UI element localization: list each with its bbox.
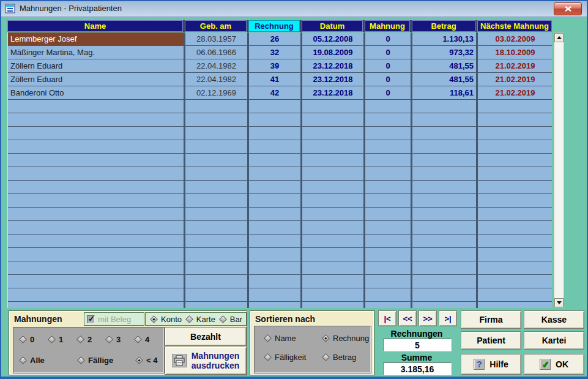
cell-naechste-mahnung[interactable]: 18.10.2009 [478, 46, 552, 59]
cell-geburtsdatum[interactable]: 02.12.1969 [185, 86, 247, 99]
diamond-radio-icon[interactable] [105, 336, 113, 343]
cell-mahnung[interactable]: 0 [365, 32, 411, 45]
diamond-radio-icon[interactable] [135, 356, 143, 364]
cell-datum[interactable]: 23.12.2018 [302, 59, 363, 72]
diamond-radio-icon[interactable] [19, 336, 27, 343]
cell-rechnung[interactable]: 26 [249, 32, 300, 45]
cell-datum[interactable]: 05.12.2008 [302, 32, 363, 45]
diamond-radio-icon[interactable] [134, 336, 142, 343]
table-row-empty[interactable] [8, 181, 552, 194]
table-row-empty[interactable] [8, 140, 552, 154]
cell-naechste-mahnung[interactable]: 21.02.2019 [478, 59, 552, 72]
cell-mahnung[interactable]: 0 [365, 46, 411, 59]
cell-name[interactable]: Banderoni Otto [8, 86, 184, 99]
cell-datum[interactable]: 23.12.2018 [302, 73, 363, 86]
payment-radio-option[interactable]: Konto [149, 315, 182, 324]
kasse-button[interactable]: Kasse [524, 310, 584, 329]
sort-radio-option[interactable]: Rechnung [321, 334, 369, 343]
cell-name[interactable]: Zöllern Eduard [8, 59, 184, 72]
cell-geburtsdatum[interactable]: 28.03.1957 [185, 32, 247, 45]
column-header[interactable]: Geb. am [185, 20, 247, 32]
level-radio-option[interactable]: 3 [105, 335, 133, 344]
nav-prev-button[interactable]: << [398, 310, 417, 326]
cell-betrag[interactable]: 481,55 [412, 73, 476, 86]
diamond-radio-icon[interactable] [322, 353, 330, 361]
cell-geburtsdatum[interactable]: 06.06.1966 [185, 46, 247, 59]
table-row-empty[interactable] [8, 275, 552, 288]
cell-betrag[interactable]: 118,61 [412, 86, 476, 99]
table-row-empty[interactable] [8, 100, 552, 113]
cell-rechnung[interactable]: 41 [249, 73, 300, 86]
table-row-empty[interactable] [8, 221, 552, 235]
column-header[interactable]: Datum [302, 20, 363, 32]
sort-radio-option[interactable]: Name [263, 334, 321, 343]
cell-geburtsdatum[interactable]: 22.04.1982 [185, 59, 247, 72]
sort-radio-option[interactable]: Betrag [321, 353, 369, 362]
table-row-empty[interactable] [8, 248, 552, 261]
cell-naechste-mahnung[interactable]: 03.02.2009 [478, 32, 552, 45]
table-row-empty[interactable] [8, 208, 552, 221]
table-row[interactable]: Zöllern Eduard 22.04.1982 41 23.12.2018 … [8, 73, 552, 86]
nav-next-button[interactable]: >> [419, 310, 437, 326]
table-row[interactable]: Banderoni Otto 02.12.1969 42 23.12.2018 … [8, 86, 552, 100]
cell-geburtsdatum[interactable]: 22.04.1982 [185, 73, 247, 86]
table-row-empty[interactable] [8, 261, 552, 275]
column-header[interactable]: Nächste Mahnung [477, 20, 552, 32]
range-radio-option[interactable]: Alle [18, 356, 76, 365]
scroll-up-button[interactable] [554, 33, 564, 42]
cell-name[interactable]: Mäßinger Martina, Mag. [8, 46, 184, 59]
firma-button[interactable]: Firma [461, 310, 521, 329]
close-button[interactable] [554, 2, 582, 15]
cell-rechnung[interactable]: 42 [249, 86, 300, 99]
level-radio-option[interactable]: 0 [18, 335, 47, 344]
cell-name[interactable]: Zöllern Eduard [8, 73, 184, 86]
cell-rechnung[interactable]: 32 [249, 46, 300, 59]
diamond-radio-icon[interactable] [76, 336, 84, 343]
column-header[interactable]: Name [7, 20, 183, 32]
cell-betrag[interactable]: 481,55 [412, 59, 476, 72]
cell-naechste-mahnung[interactable]: 21.02.2019 [478, 86, 552, 99]
mahnungen-ausdrucken-button[interactable]: Mahnungen ausdrucken [165, 347, 247, 375]
vertical-scrollbar[interactable] [554, 32, 564, 308]
patient-button[interactable]: Patient [461, 331, 521, 350]
table-row-empty[interactable] [8, 167, 552, 181]
cell-rechnung[interactable]: 39 [249, 59, 300, 72]
table-row-empty[interactable] [8, 127, 552, 140]
level-radio-option[interactable]: 2 [76, 335, 105, 344]
payment-radio-option[interactable]: Karte [185, 315, 215, 324]
table-row[interactable]: Mäßinger Martina, Mag. 06.06.1966 32 19.… [8, 46, 552, 59]
column-header[interactable]: Rechnung [248, 20, 300, 32]
cell-mahnung[interactable]: 0 [365, 59, 411, 72]
level-radio-option[interactable]: 1 [47, 335, 76, 344]
cell-mahnung[interactable]: 0 [365, 73, 411, 86]
range-radio-option[interactable]: Fällige [76, 356, 135, 365]
nav-first-button[interactable]: |< [378, 310, 396, 326]
table-row-empty[interactable] [8, 235, 552, 248]
cell-naechste-mahnung[interactable]: 21.02.2019 [478, 73, 552, 86]
nav-last-button[interactable]: >| [439, 310, 457, 326]
table-row[interactable]: Lemmberger Josef 28.03.1957 26 05.12.200… [8, 32, 552, 46]
scroll-down-button[interactable] [554, 298, 564, 307]
ok-button[interactable]: ✓ OK [524, 354, 584, 375]
level-radio-option[interactable]: 4 [133, 335, 162, 344]
table-row-empty[interactable] [8, 154, 552, 167]
cell-datum[interactable]: 19.08.2009 [302, 46, 363, 59]
diamond-radio-icon[interactable] [77, 356, 85, 364]
table-row-empty[interactable] [8, 194, 552, 208]
sort-radio-option[interactable]: Fälligkeit [263, 353, 321, 362]
payment-radio-option[interactable]: Bar [218, 315, 242, 324]
diamond-radio-icon[interactable] [19, 356, 27, 364]
title-bar[interactable]: Mahnungen - Privatpatienten [0, 0, 588, 17]
cell-mahnung[interactable]: 0 [365, 86, 411, 99]
table-row-empty[interactable] [8, 302, 552, 308]
diamond-radio-icon[interactable] [264, 353, 272, 361]
table-row[interactable]: Zöllern Eduard 22.04.1982 39 23.12.2018 … [8, 59, 552, 73]
cell-name[interactable]: Lemmberger Josef [8, 32, 184, 45]
diamond-radio-icon[interactable] [219, 315, 227, 323]
kartei-button[interactable]: Kartei [524, 331, 584, 350]
cell-betrag[interactable]: 973,32 [412, 46, 476, 59]
cell-datum[interactable]: 23.12.2018 [302, 86, 363, 99]
hilfe-button[interactable]: ? Hilfe [461, 354, 521, 375]
column-header[interactable]: Betrag [412, 20, 475, 32]
diamond-radio-icon[interactable] [264, 334, 272, 342]
